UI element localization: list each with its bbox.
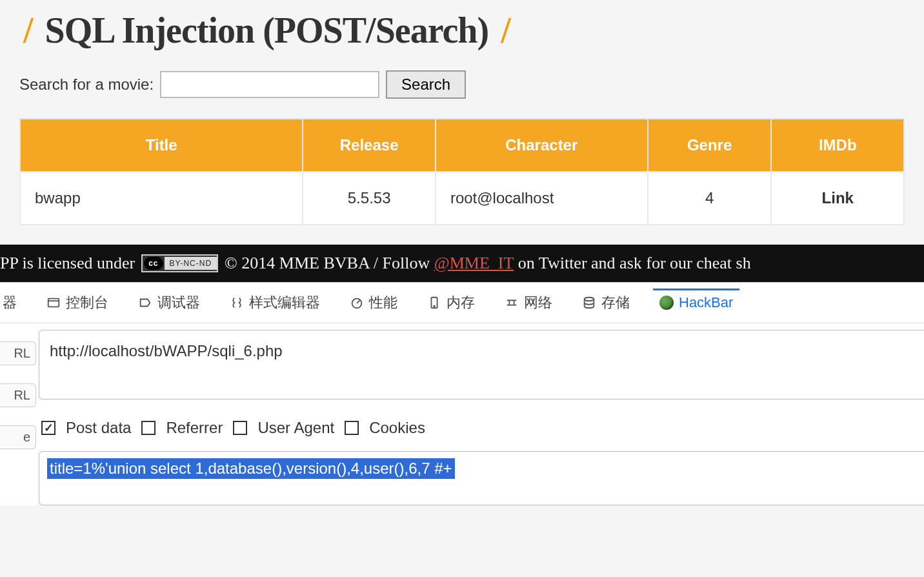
- checkbox-postdata-label: Post data: [66, 419, 131, 437]
- cell-title: bwapp: [20, 172, 303, 225]
- table-header-row: Title Release Character Genre IMDb: [20, 119, 904, 172]
- tab-hackbar[interactable]: HackBar: [653, 288, 739, 315]
- tab-inspector-label: 器: [3, 293, 17, 312]
- hackbar-side-buttons: RL RL e: [0, 330, 39, 505]
- cell-genre: 4: [648, 172, 772, 225]
- tab-debugger-label: 调试器: [157, 293, 200, 312]
- table-row: bwapp 5.5.53 root@localhost 4 Link: [20, 172, 904, 225]
- tab-network[interactable]: 网络: [498, 289, 559, 316]
- search-label: Search for a movie:: [19, 76, 154, 94]
- cell-character: root@localhost: [436, 172, 648, 225]
- side-button-3[interactable]: e: [0, 425, 36, 449]
- tab-storage-label: 存储: [601, 293, 630, 312]
- hackbar-icon: [659, 296, 674, 310]
- cell-imdb-link[interactable]: Link: [771, 172, 904, 225]
- col-release: Release: [303, 119, 436, 172]
- svg-rect-0: [48, 299, 59, 307]
- slash-icon: /: [19, 10, 37, 50]
- memory-icon: [427, 296, 441, 310]
- tab-network-label: 网络: [524, 293, 552, 312]
- hackbar-options: Post data Referrer User Agent Cookies: [41, 419, 924, 437]
- tab-performance-label: 性能: [369, 293, 397, 312]
- svg-point-3: [434, 306, 435, 307]
- svg-point-1: [352, 299, 362, 309]
- checkbox-referrer[interactable]: [141, 421, 156, 435]
- console-icon: [46, 296, 61, 310]
- page-title: / SQL Injection (POST/Search) /: [19, 0, 905, 70]
- cc-badge: cc BY-NC-ND: [141, 254, 218, 272]
- tab-style-editor[interactable]: 样式编辑器: [223, 289, 326, 316]
- postdata-input[interactable]: title=1%'union select 1,database(),versi…: [39, 451, 924, 505]
- slash-icon: /: [497, 10, 514, 50]
- col-title: Title: [20, 119, 303, 172]
- footer-left: PP is licensed under: [0, 254, 135, 273]
- svg-point-4: [585, 298, 594, 301]
- tab-style-editor-label: 样式编辑器: [249, 293, 320, 312]
- search-input[interactable]: [160, 71, 379, 98]
- checkbox-cookies[interactable]: [345, 421, 359, 435]
- cc-icon: cc: [144, 257, 163, 270]
- url-value: http://localhost/bWAPP/sqli_6.php: [50, 342, 283, 359]
- style-editor-icon: [230, 296, 244, 310]
- performance-icon: [350, 296, 364, 310]
- page-content: / SQL Injection (POST/Search) / Search f…: [0, 0, 924, 245]
- tab-memory[interactable]: 内存: [421, 289, 481, 316]
- footer-right: on Twitter and ask for our cheat sh: [518, 254, 751, 273]
- tab-memory-label: 内存: [447, 293, 475, 312]
- checkbox-useragent-label: User Agent: [257, 419, 334, 437]
- tab-console[interactable]: 控制台: [40, 289, 115, 316]
- hackbar-panel: RL RL e http://localhost/bWAPP/sqli_6.ph…: [0, 323, 924, 505]
- search-row: Search for a movie: Search: [19, 70, 905, 99]
- storage-icon: [582, 296, 596, 310]
- footer-twitter-link[interactable]: @MME_IT: [434, 254, 514, 273]
- tab-performance[interactable]: 性能: [343, 289, 404, 316]
- side-button-url2[interactable]: RL: [0, 383, 36, 407]
- footer-bar: PP is licensed under cc BY-NC-ND © 2014 …: [0, 245, 924, 282]
- col-character: Character: [436, 119, 648, 172]
- checkbox-referrer-label: Referrer: [166, 419, 223, 437]
- postdata-value: title=1%'union select 1,database(),versi…: [47, 458, 455, 479]
- cc-text: BY-NC-ND: [165, 257, 217, 270]
- checkbox-postdata[interactable]: [41, 421, 55, 435]
- tab-console-label: 控制台: [66, 293, 108, 312]
- side-button-url1[interactable]: RL: [0, 341, 36, 365]
- page-title-text: SQL Injection (POST/Search): [45, 10, 489, 50]
- tab-inspector[interactable]: 器: [3, 289, 23, 316]
- tab-hackbar-label: HackBar: [679, 294, 733, 311]
- network-icon: [505, 296, 519, 310]
- cell-release: 5.5.53: [303, 172, 436, 225]
- checkbox-cookies-label: Cookies: [369, 419, 425, 437]
- col-genre: Genre: [648, 119, 772, 172]
- debugger-icon: [138, 296, 152, 310]
- search-button[interactable]: Search: [386, 70, 466, 99]
- devtools-panel: 器 控制台 调试器 样式编辑器 性能: [0, 282, 924, 505]
- tab-debugger[interactable]: 调试器: [132, 289, 206, 316]
- tab-storage[interactable]: 存储: [576, 289, 636, 316]
- results-table: Title Release Character Genre IMDb bwapp…: [19, 118, 905, 225]
- checkbox-useragent[interactable]: [233, 421, 247, 435]
- footer-mid: © 2014 MME BVBA / Follow: [225, 254, 430, 273]
- url-input[interactable]: http://localhost/bWAPP/sqli_6.php: [39, 330, 924, 400]
- col-imdb: IMDb: [771, 119, 904, 172]
- devtools-tabstrip: 器 控制台 调试器 样式编辑器 性能: [0, 283, 924, 323]
